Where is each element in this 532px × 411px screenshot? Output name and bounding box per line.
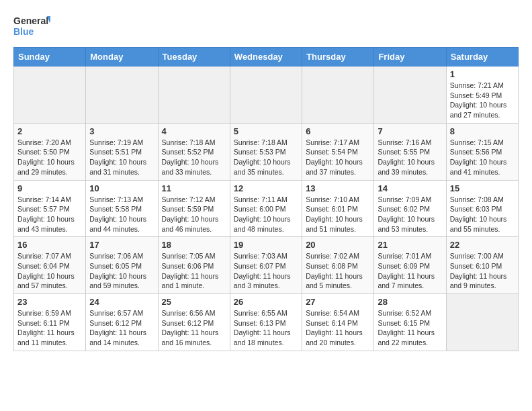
day-number: 20 [306,240,370,250]
day-info: Sunrise: 7:19 AM Sunset: 5:51 PM Dayligh… [89,138,154,177]
calendar-cell: 25Sunrise: 6:56 AM Sunset: 6:12 PM Dayli… [158,294,230,351]
day-number: 26 [234,297,298,307]
day-number: 12 [234,183,298,193]
day-number: 13 [306,183,370,193]
logo-icon: General Blue [13,13,50,40]
calendar-cell: 15Sunrise: 7:08 AM Sunset: 6:03 PM Dayli… [446,180,518,237]
day-header-friday: Friday [374,48,446,66]
calendar-cell: 21Sunrise: 7:01 AM Sunset: 6:09 PM Dayli… [374,237,446,294]
day-info: Sunrise: 7:21 AM Sunset: 5:49 PM Dayligh… [450,81,515,120]
day-info: Sunrise: 7:18 AM Sunset: 5:53 PM Dayligh… [234,138,298,177]
calendar-cell: 18Sunrise: 7:05 AM Sunset: 6:06 PM Dayli… [158,237,230,294]
calendar-cell: 23Sunrise: 6:59 AM Sunset: 6:11 PM Dayli… [14,294,86,351]
day-info: Sunrise: 7:05 AM Sunset: 6:06 PM Dayligh… [162,251,226,291]
day-info: Sunrise: 7:13 AM Sunset: 5:58 PM Dayligh… [89,195,154,234]
day-number: 1 [450,69,515,79]
day-number: 21 [378,240,442,250]
day-number: 24 [89,297,154,307]
calendar-cell [374,66,446,124]
calendar-cell: 1Sunrise: 7:21 AM Sunset: 5:49 PM Daylig… [446,66,518,124]
day-number: 6 [306,126,370,136]
day-info: Sunrise: 7:12 AM Sunset: 5:59 PM Dayligh… [162,195,226,234]
day-number: 22 [450,240,515,250]
svg-text:General: General [13,15,48,26]
calendar-cell [14,66,86,124]
calendar-cell: 13Sunrise: 7:10 AM Sunset: 6:01 PM Dayli… [302,180,374,237]
calendar-cell: 10Sunrise: 7:13 AM Sunset: 5:58 PM Dayli… [86,180,158,237]
calendar-cell: 9Sunrise: 7:14 AM Sunset: 5:57 PM Daylig… [14,180,86,237]
calendar-cell: 5Sunrise: 7:18 AM Sunset: 5:53 PM Daylig… [230,123,302,180]
calendar: SundayMondayTuesdayWednesdayThursdayFrid… [13,47,519,351]
day-info: Sunrise: 7:03 AM Sunset: 6:07 PM Dayligh… [234,251,298,291]
calendar-cell: 19Sunrise: 7:03 AM Sunset: 6:07 PM Dayli… [230,237,302,294]
day-info: Sunrise: 6:57 AM Sunset: 6:12 PM Dayligh… [89,308,154,348]
day-number: 25 [162,297,226,307]
calendar-cell: 4Sunrise: 7:18 AM Sunset: 5:52 PM Daylig… [158,123,230,180]
day-number: 18 [162,240,226,250]
day-number: 7 [378,126,442,136]
day-info: Sunrise: 6:54 AM Sunset: 6:14 PM Dayligh… [306,308,370,348]
week-row-3: 9Sunrise: 7:14 AM Sunset: 5:57 PM Daylig… [14,180,519,237]
day-info: Sunrise: 7:08 AM Sunset: 6:03 PM Dayligh… [450,195,515,234]
day-header-sunday: Sunday [14,48,86,66]
day-number: 10 [89,183,154,193]
day-info: Sunrise: 6:52 AM Sunset: 6:15 PM Dayligh… [378,308,442,348]
svg-text:Blue: Blue [13,26,34,37]
calendar-cell: 11Sunrise: 7:12 AM Sunset: 5:59 PM Dayli… [158,180,230,237]
day-info: Sunrise: 7:20 AM Sunset: 5:50 PM Dayligh… [17,138,82,177]
day-info: Sunrise: 7:07 AM Sunset: 6:04 PM Dayligh… [17,251,82,291]
calendar-cell: 28Sunrise: 6:52 AM Sunset: 6:15 PM Dayli… [374,294,446,351]
day-info: Sunrise: 7:14 AM Sunset: 5:57 PM Dayligh… [17,195,82,234]
day-header-thursday: Thursday [302,48,374,66]
day-info: Sunrise: 7:18 AM Sunset: 5:52 PM Dayligh… [162,138,226,177]
day-number: 16 [17,240,82,250]
week-row-1: 1Sunrise: 7:21 AM Sunset: 5:49 PM Daylig… [14,66,519,124]
calendar-cell: 20Sunrise: 7:02 AM Sunset: 6:08 PM Dayli… [302,237,374,294]
day-number: 14 [378,183,442,193]
day-info: Sunrise: 6:56 AM Sunset: 6:12 PM Dayligh… [162,308,226,348]
calendar-cell: 2Sunrise: 7:20 AM Sunset: 5:50 PM Daylig… [14,123,86,180]
day-info: Sunrise: 7:11 AM Sunset: 6:00 PM Dayligh… [234,195,298,234]
day-info: Sunrise: 6:55 AM Sunset: 6:13 PM Dayligh… [234,308,298,348]
day-number: 11 [162,183,226,193]
calendar-cell: 14Sunrise: 7:09 AM Sunset: 6:02 PM Dayli… [374,180,446,237]
day-info: Sunrise: 7:10 AM Sunset: 6:01 PM Dayligh… [306,195,370,234]
day-number: 28 [378,297,442,307]
day-info: Sunrise: 6:59 AM Sunset: 6:11 PM Dayligh… [17,308,82,348]
calendar-cell: 17Sunrise: 7:06 AM Sunset: 6:05 PM Dayli… [86,237,158,294]
calendar-cell: 7Sunrise: 7:16 AM Sunset: 5:55 PM Daylig… [374,123,446,180]
day-header-saturday: Saturday [446,48,518,66]
day-info: Sunrise: 7:09 AM Sunset: 6:02 PM Dayligh… [378,195,442,234]
day-info: Sunrise: 7:01 AM Sunset: 6:09 PM Dayligh… [378,251,442,291]
day-info: Sunrise: 7:17 AM Sunset: 5:54 PM Dayligh… [306,138,370,177]
calendar-cell [158,66,230,124]
day-number: 4 [162,126,226,136]
calendar-cell [230,66,302,124]
day-header-monday: Monday [86,48,158,66]
week-row-5: 23Sunrise: 6:59 AM Sunset: 6:11 PM Dayli… [14,294,519,351]
day-header-wednesday: Wednesday [230,48,302,66]
day-info: Sunrise: 7:15 AM Sunset: 5:56 PM Dayligh… [450,138,515,177]
calendar-cell [302,66,374,124]
calendar-cell: 27Sunrise: 6:54 AM Sunset: 6:14 PM Dayli… [302,294,374,351]
calendar-cell: 12Sunrise: 7:11 AM Sunset: 6:00 PM Dayli… [230,180,302,237]
page-header: General Blue [13,13,519,40]
day-number: 23 [17,297,82,307]
day-number: 27 [306,297,370,307]
day-info: Sunrise: 7:00 AM Sunset: 6:10 PM Dayligh… [450,251,515,291]
day-number: 9 [17,183,82,193]
day-info: Sunrise: 7:02 AM Sunset: 6:08 PM Dayligh… [306,251,370,291]
calendar-cell: 3Sunrise: 7:19 AM Sunset: 5:51 PM Daylig… [86,123,158,180]
day-info: Sunrise: 7:06 AM Sunset: 6:05 PM Dayligh… [89,251,154,291]
day-number: 15 [450,183,515,193]
calendar-cell: 24Sunrise: 6:57 AM Sunset: 6:12 PM Dayli… [86,294,158,351]
calendar-cell: 22Sunrise: 7:00 AM Sunset: 6:10 PM Dayli… [446,237,518,294]
day-number: 2 [17,126,82,136]
day-info: Sunrise: 7:16 AM Sunset: 5:55 PM Dayligh… [378,138,442,177]
day-number: 3 [89,126,154,136]
day-number: 17 [89,240,154,250]
week-row-2: 2Sunrise: 7:20 AM Sunset: 5:50 PM Daylig… [14,123,519,180]
calendar-cell [446,294,518,351]
logo: General Blue [13,13,50,40]
week-row-4: 16Sunrise: 7:07 AM Sunset: 6:04 PM Dayli… [14,237,519,294]
